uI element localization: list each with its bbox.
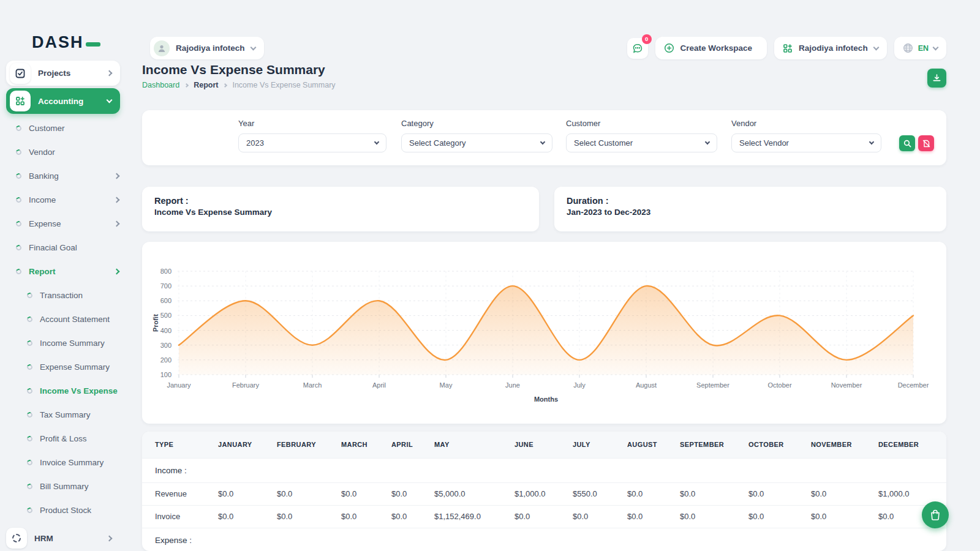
sidebar-item-income-vs-expense[interactable]: Income Vs Expense — [0, 379, 129, 403]
workspace-dropdown[interactable]: Rajodiya infotech — [774, 37, 887, 59]
table-section-row: Income : — [142, 458, 946, 482]
bullet-icon — [15, 244, 23, 252]
vendor-select[interactable]: Select Vendor — [731, 133, 881, 152]
messages-badge: 0 — [642, 34, 652, 44]
chevron-down-icon — [705, 140, 710, 144]
reset-filter-icon — [922, 140, 930, 148]
sidebar-item-invoice-summary[interactable]: Invoice Summary — [0, 451, 129, 474]
bullet-icon — [26, 435, 34, 443]
workspace-selector[interactable]: Rajodiya infotech — [150, 37, 264, 59]
topbar-actions: 0 Create Workspace Rajodiya infotech EN — [627, 37, 946, 59]
sidebar-menu: CustomerVendorBankingIncomeExpenseFinaci… — [0, 116, 129, 522]
cart-fab-button[interactable] — [922, 501, 949, 528]
bullet-icon — [15, 197, 23, 204]
chevron-right-icon — [114, 173, 120, 179]
grid-plus-icon — [783, 43, 793, 53]
category-value: Select Category — [409, 138, 466, 148]
breadcrumb-dashboard[interactable]: Dashboard — [142, 81, 179, 89]
year-select[interactable]: 2023 — [238, 133, 386, 152]
create-workspace-button[interactable]: Create Workspace — [655, 37, 767, 59]
breadcrumb-report[interactable]: Report — [194, 81, 218, 89]
download-report-button[interactable] — [927, 69, 946, 88]
sidebar-item-transaction[interactable]: Transaction — [0, 283, 129, 307]
chevron-right-icon — [223, 83, 227, 87]
avatar — [154, 40, 170, 56]
apply-filter-button[interactable] — [899, 135, 915, 151]
sidebar-item-customer[interactable]: Customer — [0, 116, 129, 140]
svg-text:700: 700 — [160, 282, 172, 290]
sidebar-item-income[interactable]: Income — [0, 188, 129, 212]
sidebar-item-expense-summary[interactable]: Expense Summary — [0, 355, 129, 379]
sidebar-item-label: Income Summary — [40, 339, 119, 348]
checkbox-icon — [10, 63, 31, 84]
language-selector[interactable]: EN — [894, 37, 946, 59]
duration-summary-card: Duration : Jan-2023 to Dec-2023 — [554, 187, 946, 231]
sidebar-item-label: Profit & Loss — [40, 434, 119, 443]
sidebar-item-accounting[interactable]: Accounting — [6, 88, 120, 114]
sidebar-item-hrm[interactable]: HRM — [6, 525, 120, 551]
chevron-down-icon — [869, 140, 874, 144]
sidebar-item-tax-summary[interactable]: Tax Summary — [0, 403, 129, 427]
download-icon — [932, 73, 941, 83]
table-header-may: MAY — [421, 432, 502, 458]
category-select[interactable]: Select Category — [401, 133, 552, 152]
vendor-value: Select Vendor — [739, 138, 789, 148]
sidebar-item-expense[interactable]: Expense — [0, 212, 129, 236]
breadcrumb: Dashboard Report Income Vs Expense Summa… — [142, 81, 336, 89]
sidebar-item-finacial-goal[interactable]: Finacial Goal — [0, 236, 129, 260]
bullet-icon — [15, 125, 23, 132]
reset-filter-button[interactable] — [918, 135, 934, 151]
table-header-december: DECEMBER — [865, 432, 946, 458]
messages-button[interactable]: 0 — [627, 38, 648, 59]
sidebar-item-report[interactable]: Report — [0, 260, 129, 283]
sidebar-item-projects[interactable]: Projects — [6, 61, 120, 86]
sidebar-item-label: Customer — [29, 124, 119, 133]
sidebar-item-vendor[interactable]: Vendor — [0, 140, 129, 164]
category-label: Category — [401, 119, 552, 128]
sidebar-item-banking[interactable]: Banking — [0, 164, 129, 188]
svg-text:600: 600 — [160, 297, 172, 304]
duration-label: Duration : — [567, 196, 934, 206]
table-section-row: Expense : — [142, 528, 946, 551]
bullet-icon — [26, 292, 34, 299]
sidebar-item-label: Expense — [29, 219, 115, 228]
breadcrumb-current: Income Vs Expense Summary — [232, 81, 335, 89]
chevron-right-icon — [114, 221, 120, 227]
table-header-june: JUNE — [502, 432, 560, 458]
svg-text:800: 800 — [160, 268, 172, 275]
grid-plus-icon — [10, 91, 31, 111]
table-header-february: FEBRUARY — [264, 432, 328, 458]
chevron-down-icon — [540, 140, 545, 144]
svg-text:September: September — [696, 381, 729, 389]
shopping-bag-icon — [929, 509, 941, 521]
search-icon — [903, 140, 911, 148]
table-header-september: SEPTEMBER — [667, 432, 736, 458]
brand-logo-dash — [86, 42, 100, 47]
svg-text:Months: Months — [534, 395, 558, 403]
bullet-icon — [26, 411, 34, 419]
table-header-november: NOVEMBER — [798, 432, 865, 458]
sidebar-item-label: HRM — [34, 534, 107, 543]
table-header-october: OCTOBER — [736, 432, 798, 458]
customer-select[interactable]: Select Customer — [566, 133, 717, 152]
sidebar-item-product-stock[interactable]: Product Stock — [0, 498, 129, 522]
svg-text:300: 300 — [160, 342, 172, 349]
sidebar-item-bill-summary[interactable]: Bill Summary — [0, 474, 129, 498]
income-expense-table: TYPEJANUARYFEBRUARYMARCHAPRILMAYJUNEJULY… — [142, 432, 946, 551]
workspace-name: Rajodiya infotech — [799, 43, 868, 53]
bullet-icon — [26, 507, 34, 514]
sidebar-item-label: Projects — [38, 69, 107, 78]
report-value: Income Vs Expense Summary — [154, 208, 527, 217]
chat-icon — [632, 43, 643, 54]
svg-text:May: May — [440, 381, 453, 389]
svg-text:July: July — [573, 381, 586, 389]
sidebar-item-account-statement[interactable]: Account Statement — [0, 307, 129, 331]
sidebar-item-income-summary[interactable]: Income Summary — [0, 331, 129, 355]
filter-panel: Year 2023 Category Select Category Custo… — [142, 110, 946, 165]
brand-logo[interactable]: DASH — [32, 33, 100, 52]
sidebar-item-label: Income — [29, 195, 115, 204]
sidebar-item-label: Income Vs Expense — [40, 386, 119, 395]
chevron-right-icon — [107, 70, 113, 77]
sidebar-item-profit-loss[interactable]: Profit & Loss — [0, 427, 129, 451]
customer-value: Select Customer — [574, 138, 633, 148]
